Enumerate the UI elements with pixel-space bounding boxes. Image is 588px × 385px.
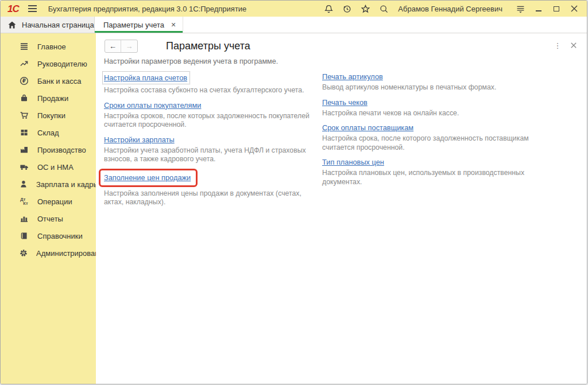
link-sroki-oplaty-pokupatelyami[interactable]: Сроки оплаты покупателями bbox=[104, 100, 201, 110]
cart-icon bbox=[19, 111, 29, 120]
link-block-srok-oplaty-postavshchikam: Срок оплаты поставщикам Настройка срока,… bbox=[322, 122, 546, 152]
link-zapolnenie-cen-prodazhi[interactable]: Заполнение цен продажи bbox=[104, 173, 191, 182]
link-description: Настройка печати чеков на онлайн кассе. bbox=[322, 109, 533, 118]
trend-arrow-icon bbox=[19, 59, 29, 68]
minimize-button[interactable] bbox=[533, 3, 544, 14]
service-settings-icon[interactable] bbox=[514, 2, 527, 15]
menu-lines-icon bbox=[19, 42, 29, 51]
red-highlight-box: Заполнение цен продажи bbox=[99, 169, 198, 187]
sidebar-item-prodazhi[interactable]: Продажи bbox=[1, 90, 96, 107]
links-columns: Настройка плана счетов Настройка состава… bbox=[104, 71, 578, 212]
link-block-pechat-artikulov: Печать артикулов Вывод артикулов номенкл… bbox=[322, 71, 546, 92]
svg-text:₽: ₽ bbox=[22, 78, 26, 84]
bar-chart-icon bbox=[19, 214, 29, 223]
current-user-name[interactable]: Абрамов Геннадий Сергеевич bbox=[398, 5, 502, 13]
title-bar: 1С Бухгалтерия предприятия, редакция 3.0… bbox=[1, 1, 587, 17]
sidebar-item-pokupki[interactable]: Покупки bbox=[1, 107, 96, 124]
link-nastroyki-zarplaty[interactable]: Настройки зарплаты bbox=[104, 135, 175, 145]
tab-bar: Начальная страница Параметры учета × bbox=[1, 17, 587, 33]
link-block-zapolnenie-cen-prodazhi: Заполнение цен продажи Настройка заполне… bbox=[104, 169, 322, 207]
section-sidebar: Главное Руководителю ₽ Банк и касса Прод… bbox=[1, 33, 96, 384]
content-header: ← → Параметры учета bbox=[103, 39, 578, 53]
link-description: Настройка заполнения цены продажи в доку… bbox=[104, 189, 315, 207]
home-icon bbox=[8, 21, 16, 29]
main-menu-icon[interactable] bbox=[28, 5, 37, 12]
link-tip-planovyh-cen[interactable]: Тип плановых цен bbox=[322, 157, 384, 167]
sidebar-item-bank-kassa[interactable]: ₽ Банк и касса bbox=[1, 72, 96, 90]
links-column-left: Настройка плана счетов Настройка состава… bbox=[104, 71, 322, 212]
link-block-nastroyki-zarplaty: Настройки зарплаты Настройки учета зараб… bbox=[104, 134, 322, 164]
close-window-button[interactable] bbox=[568, 3, 580, 14]
link-description: Настройка плановых цен, используемых в п… bbox=[322, 169, 533, 186]
bag-icon bbox=[19, 94, 29, 103]
page-title: Параметры учета bbox=[166, 40, 250, 52]
gear-icon bbox=[19, 248, 28, 258]
sidebar-item-rukovoditelyu[interactable]: Руководителю bbox=[1, 55, 96, 72]
window-title: Бухгалтерия предприятия, редакция 3.0 1С… bbox=[48, 5, 247, 13]
content-pane: ⋮ ← → Параметры учета Настройки параметр… bbox=[96, 33, 587, 384]
titlebar-right: Абрамов Геннадий Сергеевич bbox=[316, 2, 580, 15]
sidebar-item-os-nma[interactable]: ОС и НМА bbox=[1, 158, 96, 176]
1c-logo-icon: 1С bbox=[7, 4, 19, 14]
focused-link-wrapper: Настройка плана счетов bbox=[102, 71, 190, 84]
grid-icon bbox=[19, 128, 29, 137]
links-column-right: Печать артикулов Вывод артикулов номенкл… bbox=[322, 71, 546, 212]
person-icon bbox=[19, 180, 28, 189]
tab-accounting-parameters[interactable]: Параметры учета × bbox=[95, 17, 183, 33]
notifications-bell-icon[interactable] bbox=[322, 2, 335, 15]
main-area: Главное Руководителю ₽ Банк и касса Прод… bbox=[1, 33, 587, 384]
sidebar-item-zarplata-kadry[interactable]: Зарплата и кадры bbox=[1, 176, 96, 193]
link-pechat-artikulov[interactable]: Печать артикулов bbox=[322, 72, 383, 81]
tab-home-label: Начальная страница bbox=[22, 21, 94, 29]
favorites-star-icon[interactable] bbox=[359, 2, 372, 15]
sidebar-item-glavnoe[interactable]: Главное bbox=[1, 38, 96, 55]
link-nastroyka-plana-schetov[interactable]: Настройка плана счетов bbox=[104, 73, 187, 83]
factory-icon bbox=[19, 145, 29, 154]
sidebar-item-spravochniki[interactable]: Справочники bbox=[1, 227, 96, 244]
link-srok-oplaty-postavshchikam[interactable]: Срок оплаты поставщикам bbox=[322, 123, 413, 133]
dt-kt-icon: ДтКт bbox=[19, 197, 29, 205]
sidebar-item-administrirovanie[interactable]: Администрирование bbox=[1, 244, 96, 262]
truck-icon bbox=[19, 162, 29, 172]
link-block-sroki-oplaty-pokupatelyami: Сроки оплаты покупателями Настройка срок… bbox=[104, 100, 322, 130]
forward-button[interactable]: → bbox=[121, 40, 137, 52]
close-form-icon[interactable] bbox=[568, 41, 579, 50]
link-description: Настройка состава субконто на счетах бух… bbox=[104, 86, 315, 95]
history-icon[interactable] bbox=[341, 2, 353, 15]
sidebar-item-operacii[interactable]: ДтКт Операции bbox=[1, 193, 96, 210]
link-block-tip-planovyh-cen: Тип плановых цен Настройка плановых цен,… bbox=[322, 157, 546, 186]
back-button[interactable]: ← bbox=[105, 40, 121, 52]
more-menu-icon[interactable]: ⋮ bbox=[552, 41, 563, 50]
tab-home-page[interactable]: Начальная страница bbox=[1, 17, 95, 33]
app-window: 1С Бухгалтерия предприятия, редакция 3.0… bbox=[0, 0, 587, 384]
link-description: Настройки учета заработной платы, учета … bbox=[104, 146, 315, 164]
ruble-circle-icon: ₽ bbox=[19, 76, 29, 85]
link-block-pechat-chekov: Печать чеков Настройка печати чеков на о… bbox=[322, 97, 546, 118]
sidebar-item-otchety[interactable]: Отчеты bbox=[1, 210, 96, 227]
book-icon bbox=[19, 231, 29, 240]
tab-close-icon[interactable]: × bbox=[171, 21, 176, 29]
link-pechat-chekov[interactable]: Печать чеков bbox=[322, 98, 368, 107]
tab-active-label: Параметры учета bbox=[103, 21, 164, 29]
search-icon[interactable] bbox=[377, 2, 390, 15]
link-description: Вывод артикулов номенклатуры в печатных … bbox=[322, 83, 533, 92]
maximize-button[interactable] bbox=[551, 3, 562, 14]
link-description: Настройка срока, после которого задолжен… bbox=[322, 134, 533, 152]
sidebar-item-sklad[interactable]: Склад bbox=[1, 124, 96, 141]
link-description: Настройка сроков, после которых задолжен… bbox=[104, 112, 315, 130]
nav-history-group: ← → bbox=[105, 40, 138, 53]
page-subtitle: Настройки параметров ведения учета в про… bbox=[104, 57, 578, 65]
sidebar-item-proizvodstvo[interactable]: Производство bbox=[1, 141, 96, 158]
link-block-plan-schetov: Настройка плана счетов Настройка состава… bbox=[104, 71, 322, 95]
